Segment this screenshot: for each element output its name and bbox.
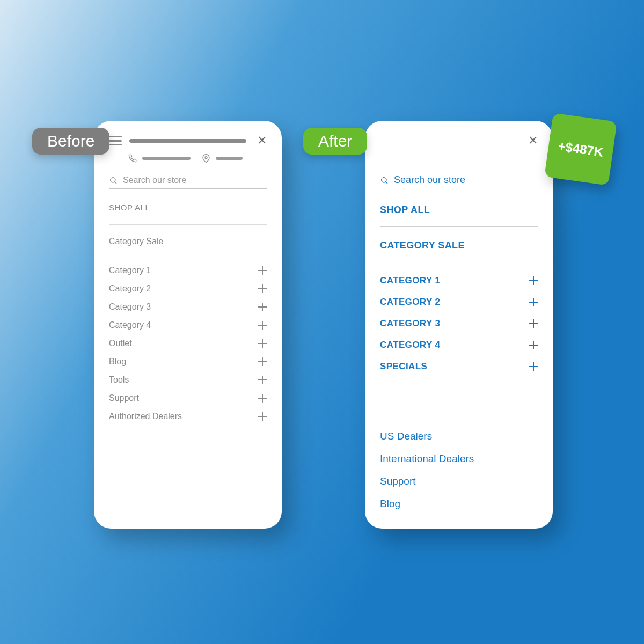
menu-item[interactable]: Blog — [109, 357, 267, 367]
phone-icon — [128, 154, 137, 163]
menu-item-label: Category 2 — [109, 284, 151, 294]
search-icon — [109, 176, 118, 185]
menu-item-label: CATEGORY 3 — [380, 318, 440, 329]
menu-item[interactable]: SPECIALS — [380, 361, 538, 372]
plus-icon[interactable] — [529, 319, 538, 328]
menu-item[interactable]: CATEGORY 3 — [380, 318, 538, 329]
divider — [109, 224, 267, 225]
menu-item[interactable]: Support — [109, 393, 267, 403]
search-input[interactable] — [394, 174, 538, 186]
plus-icon[interactable] — [258, 394, 267, 402]
menu-item[interactable]: Category 4 — [109, 320, 267, 330]
svg-point-3 — [382, 177, 386, 182]
secondary-link[interactable]: US Dealers — [380, 430, 538, 442]
divider — [380, 415, 538, 415]
svg-point-1 — [111, 178, 115, 182]
menu-item[interactable]: CATEGORY 1 — [380, 275, 538, 286]
divider — [196, 155, 196, 162]
close-icon[interactable]: ✕ — [528, 135, 538, 147]
menu-item[interactable]: CATEGORY 4 — [380, 340, 538, 350]
plus-icon[interactable] — [258, 266, 267, 275]
before-phone: ✕ SHOP ALL Category Sale Category 1 Cate… — [94, 121, 282, 529]
menu-item-label: Category 4 — [109, 320, 151, 330]
category-sale-link[interactable]: Category Sale — [109, 237, 267, 246]
menu-item[interactable]: Category 1 — [109, 266, 267, 275]
menu-item-label: Support — [109, 393, 139, 403]
plus-icon[interactable] — [258, 284, 267, 293]
svg-line-4 — [386, 182, 387, 184]
divider — [380, 226, 538, 227]
plus-icon[interactable] — [529, 298, 538, 306]
title-placeholder — [129, 139, 246, 143]
search-input[interactable] — [123, 175, 267, 185]
menu-item[interactable]: CATEGORY 2 — [380, 297, 538, 308]
search-row[interactable] — [380, 171, 538, 189]
search-row[interactable] — [109, 172, 267, 189]
after-phone: ✕ SHOP ALL CATEGORY SALE CATEGORY 1 CATE… — [365, 121, 553, 529]
shop-all-link[interactable]: SHOP ALL — [380, 204, 538, 216]
menu-item-label: SPECIALS — [380, 361, 427, 372]
category-sale-link[interactable]: CATEGORY SALE — [380, 240, 538, 251]
divider — [380, 262, 538, 262]
spacer — [380, 372, 538, 404]
phone-placeholder — [142, 157, 191, 160]
menu-item[interactable]: Category 2 — [109, 284, 267, 294]
plus-icon[interactable] — [529, 341, 538, 349]
menu-item-label: CATEGORY 1 — [380, 275, 440, 286]
location-placeholder — [216, 157, 243, 160]
secondary-link[interactable]: Support — [380, 475, 538, 487]
before-badge: Before — [32, 128, 109, 155]
after-header: ✕ — [380, 135, 538, 147]
menu-item[interactable]: Tools — [109, 375, 267, 385]
svg-line-2 — [115, 182, 116, 184]
menu-item-label: Tools — [109, 375, 129, 385]
svg-point-0 — [205, 157, 207, 159]
plus-icon[interactable] — [258, 303, 267, 311]
menu-item-label: Blog — [109, 357, 126, 367]
menu-item-label: Outlet — [109, 339, 132, 348]
divider — [109, 222, 267, 222]
menu-item-label: CATEGORY 4 — [380, 340, 440, 350]
secondary-link[interactable]: International Dealers — [380, 453, 538, 465]
location-icon — [202, 154, 210, 163]
plus-icon[interactable] — [258, 339, 267, 348]
plus-icon[interactable] — [258, 376, 267, 384]
search-icon — [380, 176, 389, 185]
plus-icon[interactable] — [529, 362, 538, 371]
menu-item[interactable]: Category 3 — [109, 302, 267, 312]
before-subheader — [128, 154, 267, 163]
plus-icon[interactable] — [529, 276, 538, 285]
menu-item-label: CATEGORY 2 — [380, 297, 440, 308]
shop-all-link[interactable]: SHOP ALL — [109, 203, 267, 212]
menu-item-label: Category 3 — [109, 302, 151, 312]
menu-item-label: Category 1 — [109, 266, 151, 275]
menu-item[interactable]: Outlet — [109, 339, 267, 348]
plus-icon[interactable] — [258, 412, 267, 421]
plus-icon[interactable] — [258, 357, 267, 366]
plus-icon[interactable] — [258, 321, 267, 330]
secondary-link[interactable]: Blog — [380, 498, 538, 510]
close-icon[interactable]: ✕ — [257, 135, 267, 147]
hamburger-icon[interactable] — [109, 136, 122, 145]
menu-item[interactable]: Authorized Dealers — [109, 412, 267, 421]
price-increase-badge: +$487K — [544, 113, 617, 186]
before-header: ✕ — [109, 135, 267, 147]
menu-item-label: Authorized Dealers — [109, 412, 182, 421]
after-badge: After — [303, 128, 367, 155]
